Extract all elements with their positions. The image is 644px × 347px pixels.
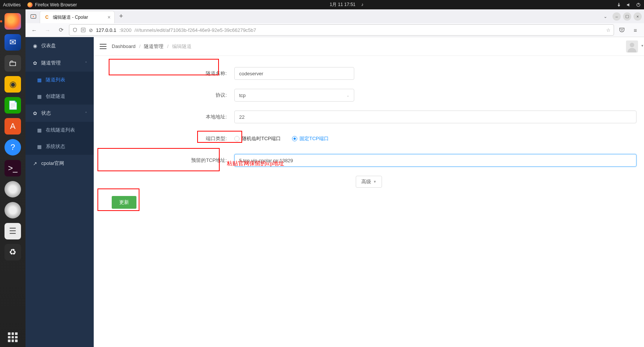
sidebar-item-create-tunnel[interactable]: ▦ 创建隧道 — [25, 88, 94, 105]
tab-title: 编辑隧道 - Cpolar — [53, 14, 105, 21]
tab-favicon: C — [44, 14, 50, 20]
notification-icon: ♪ — [361, 2, 364, 7]
dock-software[interactable]: A — [3, 117, 22, 136]
main-content: Dashboard / 隧道管理 / 编辑隧道 隧道名称: 协议: — [94, 37, 644, 347]
chevron-up-icon: ˄ — [85, 111, 87, 115]
firefox-window: C 编辑隧道 - Cpolar × + ⌄ – ▢ × ← → ⟳ ⊘ 127.… — [25, 9, 644, 347]
recent-tabs-button[interactable] — [27, 9, 40, 23]
radio-icon — [234, 136, 240, 141]
advanced-button[interactable]: 高级 ▼ — [356, 176, 382, 188]
caret-down-icon: ▼ — [373, 180, 377, 184]
chevron-down-icon: ⌄ — [346, 93, 349, 97]
dock-files[interactable]: 🗀 — [3, 54, 22, 73]
dock-show-apps[interactable] — [3, 328, 22, 347]
ubuntu-dock: ✉ 🗀 ◉ 📄 A ? >_ ☰ ♻ — [0, 9, 25, 347]
radio-label: 固定TCP端口 — [300, 135, 329, 142]
datetime-label: 1月 11 17:51 — [330, 2, 356, 7]
activities-button[interactable]: Activities — [3, 2, 21, 7]
sidebar-item-tunnel-list[interactable]: ▦ 隧道列表 — [25, 72, 94, 88]
breadcrumb-current: 编辑隧道 — [172, 43, 192, 49]
dock-disc-2[interactable] — [3, 200, 22, 220]
forward-button[interactable]: → — [42, 24, 53, 36]
tunnel-edit-form: 隧道名称: 协议: tcp ⌄ 本地地址: — [94, 56, 644, 220]
app-indicator[interactable]: Firefox Web Browser — [27, 2, 77, 7]
radio-label: 随机临时TCP端口 — [242, 135, 281, 142]
window-minimize-button[interactable]: – — [613, 12, 621, 21]
sidebar-label: cpolar官网 — [41, 160, 64, 167]
grid-icon: ▦ — [37, 144, 42, 149]
gnome-top-bar: Activities Firefox Web Browser 1月 11 17:… — [0, 0, 644, 9]
shield-icon — [72, 27, 78, 33]
local-addr-input[interactable] — [234, 111, 637, 123]
window-close-button[interactable]: × — [634, 12, 642, 21]
sidebar-label: 创建隧道 — [46, 93, 65, 100]
bookmark-star-icon[interactable]: ☆ — [606, 27, 611, 33]
permissions-icon — [81, 27, 86, 33]
sidebar-item-status[interactable]: ✿ 状态 ˄ — [25, 105, 94, 122]
sidebar-item-dashboard[interactable]: ◉ 仪表盘 — [25, 37, 94, 54]
protocol-select[interactable]: tcp ⌄ — [234, 89, 354, 102]
gear-icon: ✿ — [32, 60, 37, 66]
power-icon[interactable] — [636, 2, 641, 7]
dock-thunderbird[interactable]: ✉ — [3, 33, 22, 52]
url-host: 127.0.0.1 — [96, 27, 116, 33]
dock-trash[interactable]: ♻ — [3, 242, 22, 262]
lock-icon: ⊘ — [89, 27, 93, 33]
sidebar-item-tunnel-mgmt[interactable]: ✿ 隧道管理 ˄ — [25, 54, 94, 72]
grid-icon: ▦ — [37, 127, 42, 133]
network-icon[interactable] — [616, 2, 622, 7]
status-icon: ✿ — [32, 111, 37, 116]
volume-icon[interactable] — [626, 2, 631, 7]
svg-point-5 — [630, 43, 634, 47]
sidebar-item-online-tunnels[interactable]: ▦ 在线隧道列表 — [25, 122, 94, 138]
dock-firefox[interactable] — [3, 12, 22, 31]
sidebar-label: 隧道管理 — [41, 60, 61, 66]
label-protocol: 协议: — [101, 92, 234, 99]
gauge-icon: ◉ — [32, 43, 37, 48]
sidebar-item-cpolar-site[interactable]: ↗ cpolar官网 — [25, 155, 94, 172]
dock-writer[interactable]: 📄 — [3, 96, 22, 115]
clock[interactable]: 1月 11 17:51 ♪ — [77, 1, 616, 8]
user-avatar-menu[interactable] — [626, 40, 638, 52]
reload-button[interactable]: ⟳ — [55, 24, 67, 36]
firefox-icon — [27, 2, 33, 7]
sidebar-toggle-button[interactable] — [100, 44, 106, 49]
browser-tab[interactable]: C 编辑隧道 - Cpolar × — [40, 11, 115, 23]
label-reserved-tcp: 预留的TCP地址: — [101, 157, 234, 164]
sidebar-label: 在线隧道列表 — [46, 127, 75, 133]
chevron-up-icon: ˄ — [85, 61, 87, 65]
dock-rhythmbox[interactable]: ◉ — [3, 75, 22, 94]
pocket-button[interactable] — [616, 24, 628, 36]
dock-help[interactable]: ? — [3, 138, 22, 157]
dock-disc-1[interactable] — [3, 179, 22, 199]
grid-icon: ▦ — [37, 94, 42, 99]
radio-random-port[interactable]: 随机临时TCP端口 — [234, 135, 281, 142]
dock-terminal[interactable]: >_ — [3, 159, 22, 178]
content-header: Dashboard / 隧道管理 / 编辑隧道 — [94, 37, 644, 56]
reserved-tcp-input[interactable] — [234, 154, 637, 167]
sidebar: ◉ 仪表盘 ✿ 隧道管理 ˄ ▦ 隧道列表 ▦ 创建隧道 ✿ 状态 ˄ — [25, 37, 94, 347]
sidebar-label: 仪表盘 — [41, 42, 56, 49]
tab-close-button[interactable]: × — [108, 14, 111, 20]
new-tab-button[interactable]: + — [115, 9, 127, 23]
tunnel-name-input[interactable] — [234, 67, 354, 80]
svg-rect-1 — [638, 3, 638, 4]
sidebar-item-system-status[interactable]: ▦ 系统状态 — [25, 138, 94, 155]
breadcrumb-tunnel-mgmt[interactable]: 隧道管理 — [144, 43, 163, 49]
url-path: /#/tunnels/edit/af71063b-f264-46e9-92e5-… — [135, 27, 256, 33]
app-menu-button[interactable]: ≡ — [630, 24, 641, 36]
sidebar-label: 隧道列表 — [46, 76, 65, 83]
radio-fixed-port[interactable]: 固定TCP端口 — [292, 135, 329, 142]
back-button[interactable]: ← — [28, 24, 40, 36]
svg-point-3 — [33, 16, 34, 17]
breadcrumb-dashboard[interactable]: Dashboard — [112, 43, 136, 49]
window-maximize-button[interactable]: ▢ — [623, 12, 631, 21]
label-local-addr: 本地地址: — [101, 114, 234, 120]
tabs-dropdown-icon[interactable]: ⌄ — [604, 14, 607, 19]
url-bar[interactable]: ⊘ 127.0.0.1:9200/#/tunnels/edit/af71063b… — [69, 24, 614, 36]
nav-bar: ← → ⟳ ⊘ 127.0.0.1:9200/#/tunnels/edit/af… — [25, 23, 644, 37]
dock-todo[interactable]: ☰ — [3, 221, 22, 241]
label-port-type: 端口类型: — [101, 135, 234, 142]
update-button[interactable]: 更新 — [112, 196, 136, 209]
sidebar-label: 系统状态 — [46, 143, 65, 150]
